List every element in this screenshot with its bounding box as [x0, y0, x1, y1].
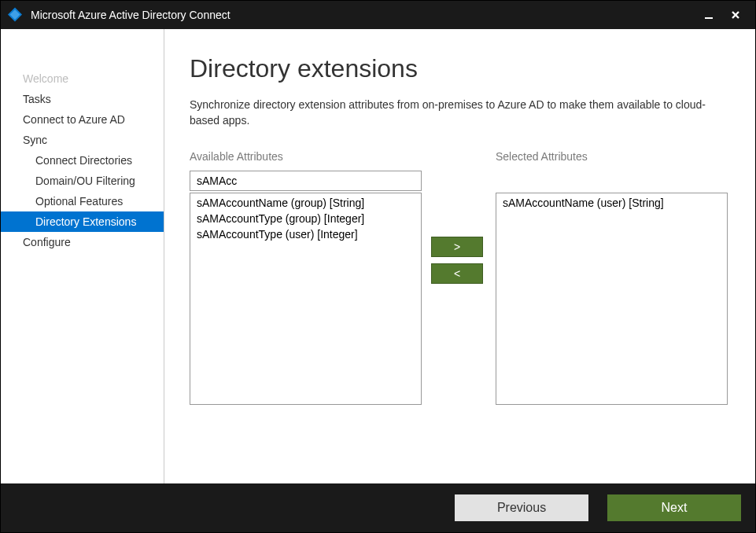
nav-configure[interactable]: Configure — [1, 232, 164, 252]
selected-attributes-panel: Selected Attributes sAMAccountName (user… — [496, 150, 728, 405]
wizard-nav-sidebar: Welcome Tasks Connect to Azure AD Sync C… — [1, 29, 164, 483]
nav-domain-ou-filtering[interactable]: Domain/OU Filtering — [1, 171, 164, 191]
nav-label: Welcome — [23, 72, 68, 85]
nav-label: Connect to Azure AD — [23, 113, 125, 126]
page-title: Directory extensions — [190, 54, 730, 83]
available-attributes-search-input[interactable] — [190, 171, 422, 191]
close-icon — [731, 10, 740, 20]
next-button[interactable]: Next — [607, 494, 741, 521]
available-attributes-listbox[interactable]: sAMAccountName (group) [String]sAMAccoun… — [190, 193, 422, 405]
page-body: Directory extensions Synchronize directo… — [164, 29, 755, 483]
nav-label: Configure — [23, 236, 71, 248]
window-minimize-button[interactable] — [695, 1, 722, 29]
available-attribute-option[interactable]: sAMAccountType (group) [Integer] — [190, 211, 421, 226]
add-attribute-button[interactable]: > — [431, 237, 483, 257]
available-attributes-label: Available Attributes — [190, 150, 422, 163]
nav-tasks[interactable]: Tasks — [1, 89, 164, 109]
mover-buttons: > < — [431, 150, 486, 284]
wizard-footer: Previous Next — [1, 483, 755, 532]
nav-optional-features[interactable]: Optional Features — [1, 191, 164, 211]
app-icon — [7, 7, 23, 23]
window-title: Microsoft Azure Active Directory Connect — [31, 9, 230, 21]
nav-label: Sync — [23, 134, 47, 146]
available-attributes-panel: Available Attributes sAMAccountName (gro… — [190, 150, 422, 405]
selected-attributes-label: Selected Attributes — [496, 150, 728, 163]
chevron-right-icon: > — [454, 241, 460, 253]
nav-welcome[interactable]: Welcome — [1, 68, 164, 89]
minimize-icon — [704, 10, 714, 20]
nav-label: Domain/OU Filtering — [35, 175, 135, 187]
selected-attributes-listbox[interactable]: sAMAccountName (user) [String] — [496, 193, 728, 405]
selected-attribute-option[interactable]: sAMAccountName (user) [String] — [496, 195, 727, 211]
nav-connect-azure-ad[interactable]: Connect to Azure AD — [1, 109, 164, 130]
previous-button[interactable]: Previous — [455, 494, 588, 521]
nav-label: Connect Directories — [35, 154, 132, 167]
nav-label: Directory Extensions — [35, 215, 136, 228]
window-close-button[interactable] — [722, 1, 749, 29]
nav-label: Tasks — [23, 93, 51, 105]
chevron-left-icon: < — [454, 267, 460, 280]
nav-connect-directories[interactable]: Connect Directories — [1, 150, 164, 171]
available-attribute-option[interactable]: sAMAccountName (group) [String] — [190, 195, 421, 211]
svg-rect-2 — [705, 17, 713, 19]
attribute-picker: Available Attributes sAMAccountName (gro… — [190, 150, 730, 405]
available-attribute-option[interactable]: sAMAccountType (user) [Integer] — [190, 226, 421, 242]
nav-label: Optional Features — [35, 195, 123, 208]
window-titlebar: Microsoft Azure Active Directory Connect — [1, 1, 755, 29]
nav-directory-extensions[interactable]: Directory Extensions — [1, 211, 164, 232]
nav-sync[interactable]: Sync — [1, 130, 164, 150]
page-description: Synchronize directory extension attribut… — [190, 97, 725, 128]
remove-attribute-button[interactable]: < — [431, 263, 483, 284]
